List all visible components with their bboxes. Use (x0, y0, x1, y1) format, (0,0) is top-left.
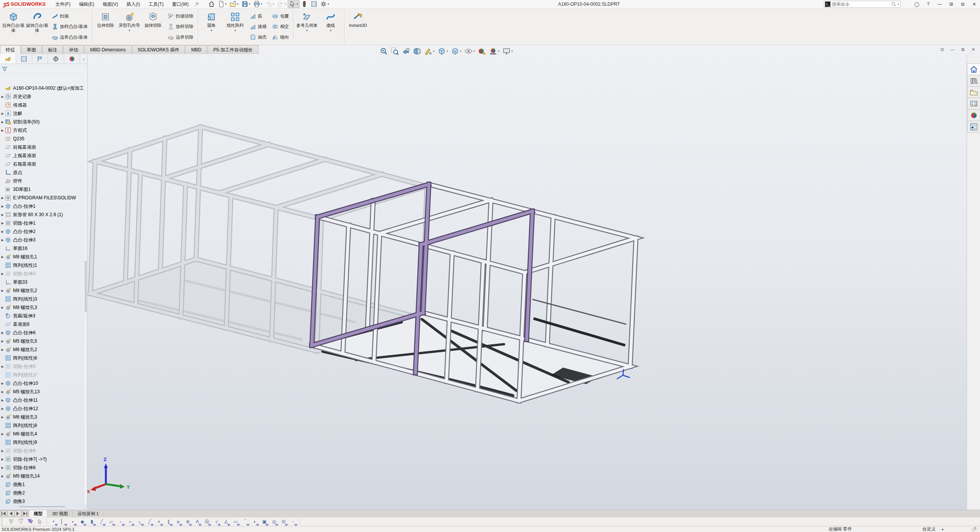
tree-item[interactable]: ▶切除-拉伸6 (0, 447, 85, 455)
rebuild-button[interactable] (300, 0, 309, 8)
view-settings-button[interactable]: ▾ (501, 46, 514, 56)
expand-arrow-icon[interactable]: ▶ (0, 120, 5, 124)
filter-balloons-button[interactable]: Ⓝ (202, 518, 212, 526)
draft-button[interactable]: 拔模 (248, 22, 268, 32)
boundary-boss-base-button[interactable]: 边界凸台/基体 (50, 32, 89, 42)
menu-window[interactable]: 窗口(W) (168, 0, 193, 8)
filter-sketch-segments-button[interactable]: ┐ (135, 518, 145, 526)
tree-item[interactable]: 草图33 (0, 278, 85, 286)
intersect-button[interactable]: 相交 (270, 22, 291, 32)
tree-item[interactable]: 传感器 (0, 101, 85, 109)
dynamic-annotation-views-caret-icon[interactable]: ▾ (433, 49, 435, 53)
restore-button[interactable]: ⧉ (957, 0, 968, 8)
redo-caret-icon[interactable]: ▾ (285, 2, 286, 6)
select-tool-caret-icon[interactable]: ▾ (296, 2, 298, 6)
tab-sketch[interactable]: 草图 (21, 45, 42, 54)
configurationmanager-tab[interactable] (32, 54, 48, 64)
fillet-button[interactable]: 圆角▾ (199, 9, 223, 44)
expand-arrow-icon[interactable]: ▶ (0, 348, 5, 351)
view-settings-caret-icon[interactable]: ▾ (511, 49, 513, 53)
tab-motion-study[interactable]: 运动算例 1 (73, 510, 104, 517)
tree-item[interactable]: ▶M5 螺纹孔5 (0, 337, 85, 345)
menu-edit[interactable]: 编辑(E) (75, 0, 99, 8)
panel-splitter-handle[interactable] (19, 506, 65, 507)
filter-planes-button[interactable]: ▱ (106, 518, 116, 526)
filter-select-tool-button[interactable] (35, 518, 44, 526)
expand-arrow-icon[interactable]: ▶ (0, 415, 5, 419)
doc-minimize-button[interactable]: — (947, 46, 958, 53)
expand-arrow-icon[interactable]: ▶ (0, 306, 5, 309)
filter-sketch-points-button[interactable]: ▫ (116, 518, 125, 526)
undo-button[interactable]: ▾ (264, 0, 276, 8)
apply-scene-caret-icon[interactable]: ▾ (498, 49, 499, 53)
tab-markup[interactable]: 标注 (42, 45, 63, 54)
tree-item[interactable]: ▶切除-拉伸8 (0, 463, 85, 472)
taskpane-design-library[interactable] (967, 75, 980, 87)
featuremanager-tree-tab[interactable] (0, 54, 16, 64)
section-view-button[interactable] (412, 46, 423, 56)
filter-surface-finish-symbols-button[interactable]: √ (212, 518, 221, 526)
save-button[interactable]: ▾ (240, 0, 252, 8)
clear-all-filters-button[interactable] (6, 518, 16, 526)
filter-solid-bodies-button[interactable]: ▮ (87, 518, 97, 526)
tree-item[interactable]: ▶M5 螺纹孔13 (0, 388, 85, 396)
propertymanager-tab[interactable] (16, 54, 32, 64)
tree-item[interactable]: 3D3D草图1 (0, 185, 85, 194)
tree-item[interactable]: 倒角2 (0, 489, 85, 497)
open-document-caret-icon[interactable]: ▾ (237, 2, 239, 6)
tree-item[interactable]: ▶Σ方程式 (0, 126, 85, 135)
expand-arrow-icon[interactable]: ▶ (0, 289, 5, 292)
filter-hole-callouts-button[interactable]: ⊕ (183, 518, 193, 526)
filter-weld-symbols-button[interactable]: ⌒ (240, 518, 250, 526)
expand-arrow-icon[interactable]: ▶ (0, 390, 5, 394)
expand-arrow-icon[interactable]: ▶ (0, 213, 5, 217)
scroll-last-button[interactable] (22, 510, 29, 517)
dimxpertmanager-tab[interactable] (48, 54, 64, 64)
tree-item[interactable]: ▶A注解 (0, 109, 85, 118)
redo-button[interactable]: ▾ (276, 0, 288, 8)
linear-pattern-caret-icon[interactable]: ▾ (234, 29, 236, 32)
hole-wizard-caret-icon[interactable]: ▾ (128, 29, 130, 32)
shell-button[interactable]: 抽壳 (248, 32, 268, 42)
expand-arrow-icon[interactable]: ▶ (0, 449, 5, 453)
tab-solidworks-addins[interactable]: SOLIDWORKS 插件 (132, 45, 185, 54)
display-style-button[interactable]: ▾ (450, 46, 463, 56)
tab-features[interactable]: 特征 (0, 45, 21, 54)
expand-arrow-icon[interactable]: ▶ (0, 458, 5, 461)
fillet-caret-icon[interactable]: ▾ (211, 29, 212, 32)
display-style-caret-icon[interactable]: ▾ (460, 49, 461, 53)
zoom-to-area-button[interactable] (389, 46, 400, 56)
taskpane-appearances-scenes[interactable] (967, 109, 980, 121)
tree-item[interactable]: 基准面8 (0, 320, 85, 328)
mirror-button[interactable]: 镜向 (270, 32, 291, 42)
tree-item[interactable]: ▶历史记录 (0, 92, 85, 101)
curves-button[interactable]: 曲线▾ (319, 9, 343, 44)
tree-item[interactable]: 右视基准面 (0, 160, 85, 168)
filter-surface-bodies-button[interactable]: ◆ (77, 518, 87, 526)
filter-datums-button[interactable]: ▭ (231, 518, 240, 526)
expand-arrow-icon[interactable]: ▶ (0, 365, 5, 368)
menu-view[interactable]: 视图(V) (99, 0, 122, 8)
pin-menu-icon[interactable] (193, 0, 201, 8)
expand-arrow-icon[interactable]: ▶ (0, 230, 5, 233)
tree-item[interactable]: Q235 (0, 135, 85, 143)
expand-arrow-icon[interactable]: ▶ (0, 399, 5, 402)
tree-item[interactable]: 倒角3 (0, 497, 85, 506)
swept-cut-button[interactable]: 扫描切除 (166, 11, 195, 21)
tree-root-item[interactable]: A160-OP10-04-0002 (默认<按加工 (0, 84, 85, 92)
select-tool-button[interactable]: ▾ (288, 0, 300, 8)
rib-button[interactable]: 筋 (248, 11, 268, 21)
previous-view-button[interactable] (400, 46, 412, 56)
hole-wizard-button[interactable]: 异型孔向导▾ (117, 9, 141, 44)
lofted-cut-button[interactable]: 放样切除 (166, 22, 195, 32)
tree-item[interactable]: ▶矩形管 60 X 30 X 2.6 (1) (0, 210, 85, 219)
swept-boss-base-button[interactable]: 扫描 (50, 11, 89, 21)
apply-scene-button[interactable]: ▾ (488, 46, 501, 56)
tree-item[interactable]: ▶切除-拉伸1 (0, 219, 85, 227)
tree-item[interactable]: 阵列(线性)1 (0, 261, 85, 269)
tree-item[interactable]: 原点 (0, 168, 85, 177)
scroll-next-button[interactable] (15, 510, 21, 517)
expand-arrow-icon[interactable]: ▶ (0, 238, 5, 242)
filter-dimensions-button[interactable]: ⌀ (173, 518, 183, 526)
filter-axes-button[interactable]: ╱ (97, 518, 106, 526)
